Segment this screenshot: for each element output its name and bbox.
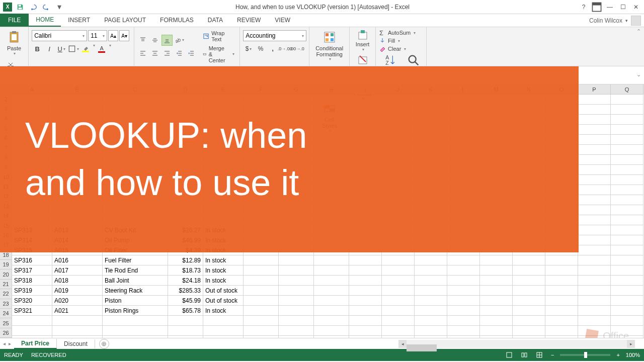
sheet-nav-next-icon[interactable]: ▸ — [9, 341, 11, 346]
cell[interactable]: $12.89 — [168, 255, 203, 265]
cell[interactable] — [382, 276, 415, 286]
align-right-icon[interactable] — [162, 48, 173, 59]
cell[interactable] — [545, 296, 578, 306]
cell[interactable] — [314, 306, 349, 316]
cell[interactable] — [52, 316, 103, 326]
font-size-select[interactable]: 11▾ — [88, 30, 107, 41]
cell[interactable] — [349, 326, 382, 336]
save-icon[interactable] — [15, 2, 25, 12]
orientation-icon[interactable]: ab▾ — [174, 35, 185, 46]
insert-cells-button[interactable]: Insert▾ — [354, 29, 371, 52]
cell[interactable]: Out of stock — [203, 286, 244, 296]
cell[interactable] — [447, 296, 480, 306]
zoom-level[interactable]: 100% — [626, 352, 640, 358]
cell[interactable] — [480, 326, 513, 336]
cell[interactable] — [244, 286, 279, 296]
cell[interactable] — [480, 255, 513, 265]
cell[interactable] — [415, 306, 447, 316]
cell[interactable] — [314, 265, 349, 276]
cell[interactable] — [578, 105, 611, 115]
cell[interactable] — [513, 316, 545, 326]
cell[interactable] — [382, 306, 415, 316]
row-header[interactable]: 25 — [0, 318, 12, 328]
cell[interactable] — [349, 276, 382, 286]
cell[interactable] — [382, 316, 415, 326]
zoom-slider[interactable] — [560, 354, 610, 356]
tab-view[interactable]: VIEW — [268, 14, 297, 27]
comma-format-icon[interactable]: , — [267, 43, 278, 54]
cell[interactable] — [578, 306, 611, 316]
cell[interactable] — [578, 115, 611, 125]
cell[interactable]: $24.18 — [168, 276, 203, 286]
cell[interactable] — [578, 255, 611, 265]
cell[interactable] — [480, 265, 513, 276]
font-color-icon[interactable]: A — [96, 43, 107, 54]
cell[interactable]: $65.78 — [168, 306, 203, 316]
tab-data[interactable]: DATA — [201, 14, 230, 27]
cell[interactable] — [578, 286, 611, 296]
cell[interactable] — [480, 286, 513, 296]
scroll-left-icon[interactable]: ◂ — [398, 340, 407, 348]
cell[interactable] — [611, 316, 643, 326]
cell[interactable] — [611, 286, 643, 296]
cell[interactable] — [578, 276, 611, 286]
cell[interactable] — [480, 276, 513, 286]
cell[interactable] — [314, 286, 349, 296]
cell[interactable] — [578, 245, 611, 255]
cell[interactable] — [611, 225, 643, 235]
cell[interactable] — [578, 155, 611, 165]
cell[interactable] — [314, 276, 349, 286]
cell[interactable] — [244, 276, 279, 286]
cell[interactable]: A018 — [52, 276, 103, 286]
cell[interactable]: In stock — [203, 306, 244, 316]
user-avatar[interactable] — [631, 16, 641, 26]
cell[interactable] — [513, 306, 545, 316]
cell[interactable] — [447, 306, 480, 316]
cell[interactable]: A016 — [52, 255, 103, 265]
cell[interactable] — [447, 265, 480, 276]
cell[interactable] — [611, 205, 643, 215]
cell[interactable] — [382, 286, 415, 296]
cell[interactable] — [578, 225, 611, 235]
cell[interactable]: SP320 — [12, 296, 52, 306]
cell[interactable]: Piston — [103, 296, 168, 306]
collapse-ribbon-icon[interactable]: ⌃ — [636, 28, 641, 35]
cell[interactable] — [103, 326, 168, 336]
customize-qat-icon[interactable]: ▾ — [54, 2, 64, 12]
tab-formulas[interactable]: FORMULAS — [153, 14, 201, 27]
cell[interactable] — [415, 276, 447, 286]
cell[interactable] — [611, 255, 643, 265]
cell[interactable] — [244, 326, 279, 336]
tab-page-layout[interactable]: PAGE LAYOUT — [97, 14, 153, 27]
cell[interactable] — [244, 265, 279, 276]
tab-review[interactable]: REVIEW — [230, 14, 268, 27]
cell[interactable]: SP318 — [12, 276, 52, 286]
row-header[interactable]: 21 — [0, 280, 12, 289]
cell[interactable] — [314, 326, 349, 336]
cell[interactable] — [611, 125, 643, 135]
cell[interactable] — [349, 255, 382, 265]
cell[interactable] — [611, 165, 643, 175]
cell[interactable] — [611, 155, 643, 165]
cell[interactable] — [545, 306, 578, 316]
formula-bar-expand-icon[interactable]: ⌄ — [636, 71, 641, 78]
accounting-format-icon[interactable]: $▾ — [243, 43, 254, 54]
cell[interactable]: Piston Rings — [103, 306, 168, 316]
close-icon[interactable]: ✕ — [630, 2, 642, 12]
clear-button[interactable]: Clear▾ — [379, 45, 423, 52]
cell[interactable] — [611, 195, 643, 205]
cell[interactable] — [611, 296, 643, 306]
fill-button[interactable]: Fill▾ — [379, 37, 423, 44]
cell[interactable] — [349, 286, 382, 296]
cell[interactable]: A021 — [52, 306, 103, 316]
underline-button[interactable]: U▾ — [56, 43, 67, 54]
cell[interactable] — [314, 316, 349, 326]
cell[interactable] — [279, 316, 314, 326]
cell[interactable] — [578, 145, 611, 155]
tab-insert[interactable]: INSERT — [61, 14, 97, 27]
cell[interactable] — [314, 296, 349, 306]
paste-button[interactable]: Paste ▾ — [3, 28, 25, 58]
cell[interactable]: $18.73 — [168, 265, 203, 276]
cell[interactable] — [279, 265, 314, 276]
cell[interactable] — [578, 235, 611, 245]
